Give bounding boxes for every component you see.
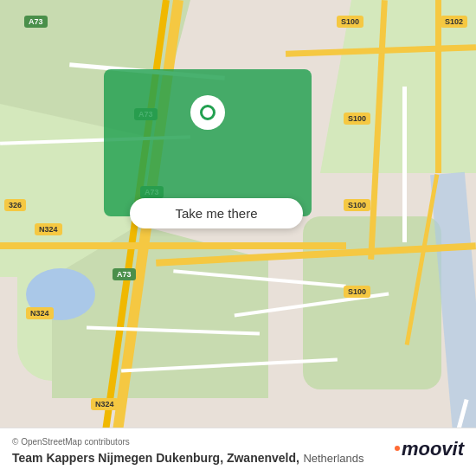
take-me-there-button[interactable]: Take me there bbox=[130, 198, 303, 228]
location-name: Team Kappers Nijmegen Dukenburg, Zwanenv… bbox=[12, 451, 299, 465]
pin-inner-circle bbox=[200, 105, 215, 120]
moovit-logo: moovit bbox=[395, 438, 464, 460]
location-pin bbox=[190, 95, 225, 130]
road-label-n324-2: N324 bbox=[26, 307, 54, 319]
road-n324 bbox=[0, 242, 346, 249]
road-label-s100-3: S100 bbox=[344, 199, 370, 211]
road-label-s100-1: S100 bbox=[337, 16, 363, 28]
road-label-s100-2: S100 bbox=[344, 113, 370, 125]
location-highlight bbox=[104, 69, 312, 216]
location-country: Netherlands bbox=[303, 452, 363, 465]
pin-circle bbox=[190, 95, 225, 130]
road-label-a73-4: A73 bbox=[113, 268, 136, 280]
road-label-a73-1: A73 bbox=[24, 16, 48, 28]
map-container: A73 A73 A73 A73 N324 N324 N324 S100 S100… bbox=[0, 0, 476, 476]
road-label-n324-1: N324 bbox=[35, 223, 62, 235]
road-label-s100-4: S100 bbox=[344, 286, 370, 298]
moovit-brand-label: moovit bbox=[402, 438, 464, 460]
moovit-dot bbox=[395, 446, 400, 451]
road-white-5 bbox=[402, 87, 407, 242]
road-label-s102: S102 bbox=[441, 16, 467, 28]
road-label-n324-3: N324 bbox=[91, 398, 119, 410]
road-label-326: 326 bbox=[4, 199, 26, 211]
